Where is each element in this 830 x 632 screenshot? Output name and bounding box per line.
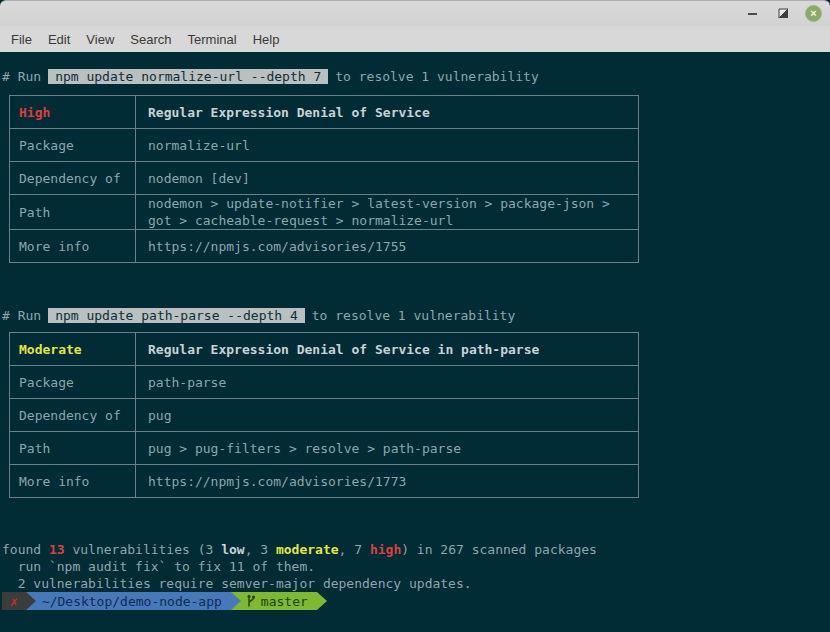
powerline-arrow-icon <box>231 592 241 610</box>
row-label: More info <box>10 465 136 498</box>
menu-search[interactable]: Search <box>129 30 172 49</box>
menu-help[interactable]: Help <box>252 30 281 49</box>
total-vulnerability-count: 13 <box>49 542 65 557</box>
run-suffix: to resolve 1 vulnerability <box>312 308 516 323</box>
window-controls: × <box>743 5 822 23</box>
row-value: pug > pug-filters > resolve > path-parse <box>136 432 639 465</box>
powerline-arrow-icon <box>26 592 36 610</box>
row-label: Path <box>10 432 136 465</box>
menu-file[interactable]: File <box>10 30 33 49</box>
row-value: nodemon [dev] <box>136 162 639 195</box>
prompt-git-segment: master <box>241 592 317 610</box>
table-row-severity: High Regular Expression Denial of Servic… <box>10 96 639 129</box>
prompt-status-segment: ✗ <box>2 592 26 610</box>
summary-text: vulnerabilities (3 <box>65 542 222 557</box>
run-prefix: # Run <box>2 308 41 323</box>
restore-button[interactable] <box>774 5 792 23</box>
summary-line-fix: run `npm audit fix` to fix 11 of them. <box>2 558 828 575</box>
severity-cell: Moderate <box>10 333 136 366</box>
audit-run-line-1: # Runnpm update normalize-url --depth 7t… <box>2 68 828 85</box>
low-count-label: low <box>221 542 244 557</box>
table-row-path: Path nodemon > update-notifier > latest-… <box>10 195 639 230</box>
audit-run-line-2: # Runnpm update path-parse --depth 4to r… <box>2 307 828 324</box>
high-count-label: high <box>370 542 401 557</box>
summary-text: found <box>2 542 49 557</box>
table-row-package: Package path-parse <box>10 366 639 399</box>
error-status-icon: ✗ <box>10 593 18 610</box>
row-label: Dependency of <box>10 399 136 432</box>
summary-text: ) in 267 scanned packages <box>401 542 597 557</box>
summary-line-semver: 2 vulnerabilities require semver-major d… <box>2 575 828 592</box>
table-row-more-info: More info https://npmjs.com/advisories/1… <box>10 465 639 498</box>
advisory-link[interactable]: https://npmjs.com/advisories/1773 <box>148 474 406 489</box>
table-row-dependency: Dependency of pug <box>10 399 639 432</box>
table-row-package: Package normalize-url <box>10 129 639 162</box>
menu-edit[interactable]: Edit <box>47 30 71 49</box>
row-label: More info <box>10 230 136 263</box>
command-highlight-1: npm update normalize-url --depth 7 <box>48 69 328 84</box>
menu-view[interactable]: View <box>85 30 115 49</box>
git-branch-name: master <box>261 593 308 610</box>
row-label: Path <box>10 195 136 230</box>
summary-text: , 3 <box>245 542 276 557</box>
table-row-path: Path pug > pug-filters > resolve > path-… <box>10 432 639 465</box>
vulnerability-title-cell: Regular Expression Denial of Service in … <box>136 333 639 366</box>
row-value: nodemon > update-notifier > latest-versi… <box>136 195 639 230</box>
git-branch-icon <box>246 594 256 608</box>
command-highlight-2: npm update path-parse --depth 4 <box>48 308 305 323</box>
row-label: Package <box>10 129 136 162</box>
vulnerability-table-moderate: Moderate Regular Expression Denial of Se… <box>9 332 639 498</box>
moderate-count-label: moderate <box>276 542 339 557</box>
menubar: File Edit View Search Terminal Help <box>0 26 830 52</box>
table-row-dependency: Dependency of nodemon [dev] <box>10 162 639 195</box>
vulnerability-table-high: High Regular Expression Denial of Servic… <box>9 95 639 263</box>
titlebar[interactable]: × <box>0 0 830 26</box>
row-value: normalize-url <box>136 129 639 162</box>
run-prefix: # Run <box>2 69 41 84</box>
menu-terminal[interactable]: Terminal <box>187 30 238 49</box>
advisory-link[interactable]: https://npmjs.com/advisories/1755 <box>148 239 406 254</box>
vulnerability-title-cell: Regular Expression Denial of Service <box>136 96 639 129</box>
powerline-arrow-icon <box>317 592 327 610</box>
minimize-icon <box>748 13 757 15</box>
summary-line-found: found 13 vulnerabilities (3 low, 3 moder… <box>2 541 828 558</box>
summary-text: , 7 <box>339 542 370 557</box>
terminal-window: × File Edit View Search Terminal Help # … <box>0 0 830 632</box>
table-row-more-info: More info https://npmjs.com/advisories/1… <box>10 230 639 263</box>
row-value: pug <box>136 399 639 432</box>
terminal-content[interactable]: # Runnpm update normalize-url --depth 7t… <box>0 52 830 632</box>
row-label: Dependency of <box>10 162 136 195</box>
row-label: Package <box>10 366 136 399</box>
run-suffix: to resolve 1 vulnerability <box>335 69 539 84</box>
prompt-cwd-segment: ~/Desktop/demo-node-app <box>36 592 231 610</box>
shell-prompt: ✗ ~/Desktop/demo-node-app master <box>2 592 828 610</box>
table-row-severity: Moderate Regular Expression Denial of Se… <box>10 333 639 366</box>
minimize-button[interactable] <box>743 5 761 23</box>
restore-icon <box>778 8 789 19</box>
severity-cell: High <box>10 96 136 129</box>
close-icon: × <box>810 6 816 21</box>
row-value: path-parse <box>136 366 639 399</box>
row-value: https://npmjs.com/advisories/1755 <box>136 230 639 263</box>
row-value: https://npmjs.com/advisories/1773 <box>136 465 639 498</box>
close-button[interactable]: × <box>805 5 822 22</box>
